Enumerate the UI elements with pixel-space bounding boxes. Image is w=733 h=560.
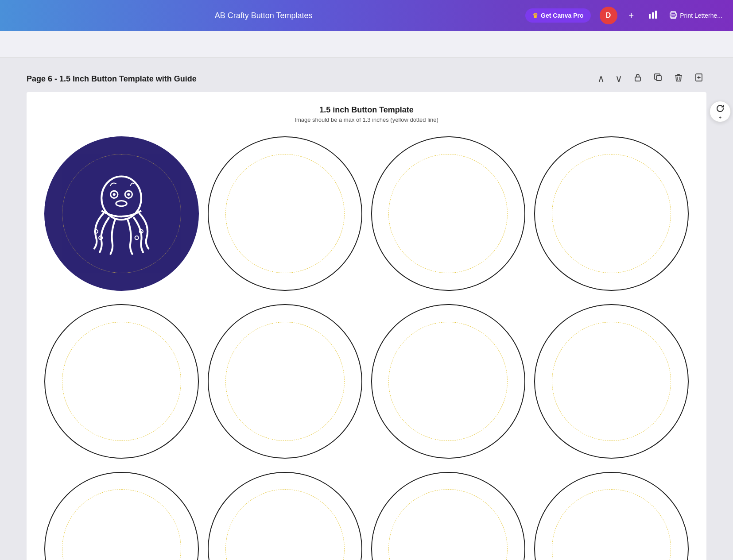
inner-guide-5: [62, 322, 181, 441]
print-label: Print Letterhe...: [680, 12, 722, 19]
user-avatar[interactable]: D: [600, 7, 617, 24]
add-button[interactable]: +: [626, 8, 637, 23]
canvas-area: + 1.5 inch Button Template Image should …: [27, 92, 706, 560]
button-circle-2[interactable]: [208, 136, 362, 291]
page-section-header: Page 6 - 1.5 Inch Button Template with G…: [27, 66, 706, 92]
canva-pro-label: Get Canva Pro: [541, 12, 583, 19]
button-circle-11[interactable]: [371, 472, 526, 560]
print-button[interactable]: Print Letterhe...: [669, 11, 722, 20]
add-page-icon: [694, 73, 704, 85]
inner-guide-7: [388, 322, 508, 441]
inner-guide-4: [552, 154, 671, 273]
document-title: 1.5 inch Button Template: [44, 105, 689, 115]
lock-icon: [633, 73, 643, 85]
chevron-down-icon: ∨: [615, 73, 622, 85]
page-section-actions: ∧ ∨: [595, 71, 706, 87]
svg-rect-1: [652, 12, 654, 19]
analytics-button[interactable]: [645, 7, 660, 24]
button-circle-8[interactable]: [534, 304, 689, 459]
refresh-icon: +: [715, 104, 725, 120]
inner-guide-2: [225, 154, 345, 273]
button-circle-4[interactable]: [534, 136, 689, 291]
add-page-button[interactable]: [691, 71, 706, 87]
avatar-letter: D: [606, 12, 611, 19]
svg-rect-2: [655, 11, 657, 19]
button-template-grid: [44, 136, 689, 560]
button-circle-6[interactable]: [208, 304, 362, 459]
navbar: AB Crafty Button Templates ♛ Get Canva P…: [0, 0, 733, 31]
chart-icon: [648, 10, 658, 22]
svg-rect-6: [635, 77, 640, 81]
inner-guide-3: [388, 154, 508, 273]
svg-rect-7: [656, 76, 661, 81]
crown-icon: ♛: [532, 12, 538, 19]
main-content: Page 6 - 1.5 Inch Button Template with G…: [0, 58, 733, 560]
plus-icon: +: [629, 11, 634, 21]
button-circle-10[interactable]: [208, 472, 362, 560]
document-subtitle: Image should be a max of 1.3 inches (yel…: [44, 116, 689, 123]
inner-guide-6: [225, 322, 345, 441]
inner-guide-12: [552, 489, 671, 560]
navbar-title: AB Crafty Button Templates: [11, 11, 516, 20]
trash-icon: [674, 73, 683, 85]
delete-button[interactable]: [671, 71, 686, 87]
inner-guide-10: [225, 489, 345, 560]
page-section-title: Page 6 - 1.5 Inch Button Template with G…: [27, 74, 197, 84]
page-down-button[interactable]: ∨: [613, 71, 625, 86]
inner-guide-1: [62, 154, 181, 273]
refresh-button[interactable]: +: [710, 101, 731, 122]
chevron-up-icon: ∧: [597, 73, 605, 85]
button-circle-3[interactable]: [371, 136, 526, 291]
toolbar-area: [0, 31, 733, 58]
button-circle-7[interactable]: [371, 304, 526, 459]
inner-guide-11: [388, 489, 508, 560]
canva-pro-button[interactable]: ♛ Get Canva Pro: [525, 8, 590, 23]
button-circle-9[interactable]: [44, 472, 199, 560]
page-up-button[interactable]: ∧: [595, 71, 607, 86]
inner-guide-9: [62, 489, 181, 560]
inner-guide-8: [552, 322, 671, 441]
lock-button[interactable]: [630, 71, 645, 87]
button-circle-1[interactable]: [44, 136, 199, 291]
button-circle-12[interactable]: [534, 472, 689, 560]
button-circle-5[interactable]: [44, 304, 199, 459]
copy-icon: [653, 73, 663, 85]
duplicate-button[interactable]: [651, 71, 666, 87]
svg-rect-0: [649, 14, 651, 19]
print-icon: [669, 11, 677, 20]
